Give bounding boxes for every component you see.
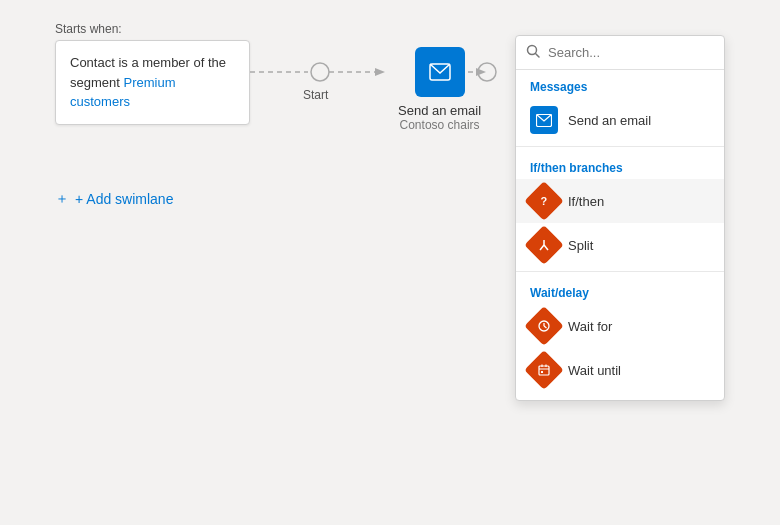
section-header-ifthen: If/then branches [516, 151, 724, 179]
split-icon-container [524, 225, 564, 265]
action-item-ifthen[interactable]: ? If/then [516, 179, 724, 223]
divider-2 [516, 271, 724, 272]
email-node-label: Send an email [398, 103, 481, 118]
svg-line-14 [544, 245, 548, 250]
svg-marker-3 [375, 68, 385, 76]
add-swimlane-icon: ＋ [55, 190, 69, 208]
action-item-wait-until[interactable]: Wait until [516, 348, 724, 392]
panel-scroll: Messages Send an email If/then branches [516, 70, 724, 400]
email-small-icon [536, 114, 552, 127]
search-input[interactable] [548, 45, 716, 60]
action-item-send-email-label: Send an email [568, 113, 651, 128]
search-box [516, 36, 724, 70]
clock-icon [537, 319, 551, 333]
action-picker-panel: Messages Send an email If/then branches [515, 35, 725, 401]
svg-line-17 [544, 326, 547, 328]
add-swimlane-label[interactable]: + Add swimlane [75, 191, 173, 207]
start-label: Start [303, 88, 328, 102]
action-item-wait-for-label: Wait for [568, 319, 612, 334]
trigger-card: Contact is a member of the segment Premi… [55, 40, 250, 125]
section-header-messages: Messages [516, 70, 724, 98]
email-action-node[interactable]: Send an email Contoso chairs [398, 47, 481, 132]
svg-line-13 [540, 245, 544, 250]
svg-point-1 [311, 63, 329, 81]
email-node-icon[interactable] [415, 47, 465, 97]
search-icon [526, 44, 540, 61]
svg-text:?: ? [541, 195, 548, 207]
wait-until-icon-container [524, 350, 564, 390]
wait-for-icon-container [524, 306, 564, 346]
svg-rect-18 [539, 366, 549, 375]
svg-rect-22 [541, 371, 543, 373]
ifthen-icon-container: ? [524, 181, 564, 221]
section-header-wait: Wait/delay [516, 276, 724, 304]
question-icon: ? [537, 194, 551, 208]
action-item-split[interactable]: Split [516, 223, 724, 267]
divider-1 [516, 146, 724, 147]
action-item-send-email[interactable]: Send an email [516, 98, 724, 142]
email-icon [429, 63, 451, 81]
action-item-wait-until-label: Wait until [568, 363, 621, 378]
add-swimlane-button[interactable]: ＋ + Add swimlane [55, 190, 173, 208]
calendar-icon [537, 363, 551, 377]
email-node-sublabel: Contoso chairs [400, 118, 480, 132]
split-icon [537, 238, 551, 252]
action-item-wait-for[interactable]: Wait for [516, 304, 724, 348]
send-email-icon-container [530, 106, 558, 134]
svg-line-9 [536, 54, 540, 58]
action-item-ifthen-label: If/then [568, 194, 604, 209]
starts-when-label: Starts when: [55, 22, 122, 36]
action-item-split-label: Split [568, 238, 593, 253]
